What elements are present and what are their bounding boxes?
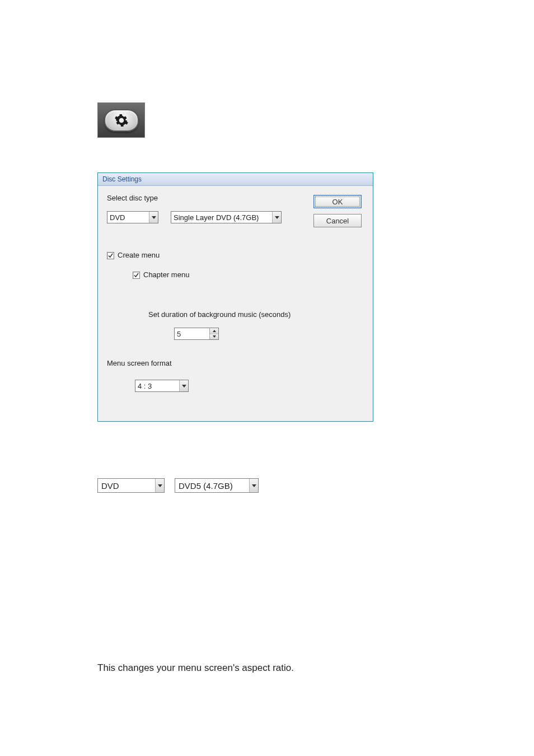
bgm-duration-value[interactable]: 5 (175, 328, 209, 339)
bgm-duration-spinner[interactable]: 5 (174, 328, 219, 340)
cancel-button[interactable]: Cancel (313, 214, 362, 227)
caption-text: This changes your menu screen's aspect r… (97, 662, 294, 674)
menu-screen-format-label: Menu screen format (107, 359, 364, 367)
spinner-up-button[interactable] (210, 328, 218, 334)
chapter-menu-label: Chapter menu (143, 270, 189, 279)
menu-format-value: 4 : 3 (135, 382, 179, 390)
chevron-down-icon (213, 335, 216, 338)
disc-type-dropdown[interactable]: DVD (107, 211, 158, 223)
standalone-disc-type-dropdown[interactable]: DVD (97, 478, 165, 493)
chevron-down-icon (272, 212, 281, 223)
bgm-duration-label: Set duration of background music (second… (148, 310, 364, 319)
settings-button[interactable] (104, 109, 139, 132)
chevron-down-icon (249, 479, 258, 492)
select-disc-type-label: Select disc type (107, 194, 313, 202)
disc-settings-dialog: Disc Settings Select disc type DVD Singl… (97, 172, 373, 422)
checkmark-icon (108, 253, 113, 258)
standalone-disc-dropdowns: DVD DVD5 (4.7GB) (97, 478, 259, 493)
gear-icon (114, 113, 129, 128)
disc-layer-dropdown[interactable]: Single Layer DVD (4.7GB) (171, 211, 282, 223)
chevron-down-icon (179, 380, 188, 391)
chevron-up-icon (213, 330, 216, 332)
disc-layer-value: Single Layer DVD (4.7GB) (171, 213, 272, 222)
create-menu-label: Create menu (118, 251, 160, 259)
dialog-title: Disc Settings (98, 173, 373, 186)
standalone-disc-layer-dropdown[interactable]: DVD5 (4.7GB) (175, 478, 259, 493)
standalone-disc-layer-value: DVD5 (4.7GB) (175, 481, 249, 491)
ok-button[interactable]: OK (313, 195, 362, 208)
spinner-down-button[interactable] (210, 334, 218, 340)
chevron-down-icon (155, 479, 164, 492)
checkmark-icon (134, 273, 139, 278)
gear-button-frame (97, 102, 145, 138)
create-menu-checkbox[interactable] (107, 252, 114, 259)
disc-type-value: DVD (107, 213, 149, 222)
chevron-down-icon (149, 212, 158, 223)
chapter-menu-checkbox[interactable] (133, 272, 140, 279)
menu-format-dropdown[interactable]: 4 : 3 (135, 380, 189, 392)
standalone-disc-type-value: DVD (98, 481, 155, 491)
